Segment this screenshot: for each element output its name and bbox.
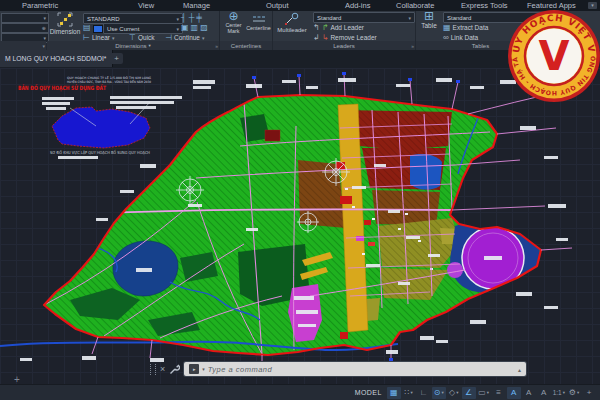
map-title: BẢN ĐỒ QUY HOẠCH SỬ DỤNG ĐẤT <box>18 83 106 92</box>
multileader-button[interactable]: Multileader <box>274 12 310 33</box>
tab-express-tools[interactable]: Express Tools <box>461 0 508 11</box>
command-history-caret-icon[interactable]: ▴ <box>518 366 521 373</box>
annotation-scale-icon[interactable]: A <box>537 387 551 399</box>
recent-commands-caret-icon[interactable]: ▾ <box>202 366 205 372</box>
panel-centerlines: ⊕ Center Mark Centerline Centerlines <box>220 11 273 50</box>
add-leader-icon: ↱ <box>322 23 329 32</box>
object-snap-tracking-toggle[interactable]: ∠ <box>462 387 476 399</box>
planning-map: SƠ ĐỒ KHU VỰC LẬP QUY HOẠCH BỔ SUNG QUY … <box>0 68 600 385</box>
inset-caption: SƠ ĐỒ KHU VỰC LẬP QUY HOẠCH BỔ SUNG QUY … <box>50 149 150 155</box>
inset-location-diagram: SƠ ĐỒ KHU VỰC LẬP QUY HOẠCH BỔ SUNG QUY … <box>42 96 182 159</box>
multileader-icon <box>284 12 300 26</box>
dim-space-icon[interactable]: ▨ <box>200 23 208 32</box>
panel-dimensions: Dimension STANDARD▾ ┤ ┼ ╪ ▤ Use Current▾… <box>47 11 220 50</box>
customization-plus-icon[interactable]: + <box>582 387 596 399</box>
quy-hoach-viet-stamp: QUY HOẠCH VIỆT VN THÔNG TIN QUY HOẠCH - … <box>506 8 600 104</box>
layer-color-swatch <box>93 25 103 33</box>
annotation-visibility-toggle[interactable]: A <box>507 387 521 399</box>
drawing-file-tab[interactable]: M LONG QUY HOACH SDDMOI* × <box>0 50 113 67</box>
model-space-button[interactable]: MODEL <box>355 389 382 396</box>
panel-cut-label: ▾ <box>0 41 46 50</box>
command-input[interactable]: ▸ ▾ Type a command ▴ <box>184 362 526 376</box>
command-placeholder: Type a command <box>208 365 515 374</box>
stamp-v-letter: V <box>539 33 570 79</box>
command-prompt-icon[interactable]: ▸ <box>189 364 199 374</box>
status-bar: MODEL ▦ ∷▾ ∟ ⊙▾ ◇▾ ∠ ▭▾ ≡ A A A 1:1▾ ⚙▾ … <box>0 384 600 400</box>
object-snap-toggle[interactable]: ▭▾ <box>477 387 491 399</box>
centerlines-panel-label: Centerlines <box>220 41 272 50</box>
extract-data-icon: ▦ <box>443 23 451 32</box>
dim-update-icon[interactable]: ┤ <box>181 13 187 22</box>
dimensions-panel-label[interactable]: Dimensions▾ » <box>47 41 219 50</box>
dimension-button-label: Dimension <box>50 28 81 35</box>
grid-display-toggle[interactable]: ▦ <box>387 387 401 399</box>
customize-wrench-icon[interactable] <box>169 364 180 375</box>
panel-leaders: Multileader Standard▾ ↰ ↱ Add Leader ↲ ↳… <box>273 11 416 50</box>
dimension-button[interactable]: Dimension <box>49 12 81 35</box>
dim-reassociate-icon[interactable]: ┼ <box>189 13 195 22</box>
map-titles: QUY HOẠCH CHUNG TỶ LỆ 1/5.000 ĐÔ THỊ KIM… <box>18 75 152 92</box>
ortho-mode-toggle[interactable]: ∟ <box>417 387 431 399</box>
panel-properties-cut: ▾ ⊕ ▾ ▾ <box>0 11 47 50</box>
dim-break-icon[interactable]: ▣ <box>181 23 189 32</box>
annotation-autoscale-toggle[interactable]: A <box>522 387 536 399</box>
extract-data-button[interactable]: ▦ Extract Data <box>443 23 488 32</box>
tab-manage[interactable]: Manage <box>183 0 210 11</box>
sheet-header-line1: QUY HOẠCH CHUNG TỶ LỆ 1/5.000 ĐÔ THỊ KIM… <box>67 75 152 80</box>
annotation-scale-value[interactable]: 1:1▾ <box>552 387 566 399</box>
tab-view[interactable]: View <box>138 0 154 11</box>
table-icon: ⊞ <box>424 12 434 21</box>
dim-tools-icons[interactable]: ┤ ┼ ╪ <box>181 13 202 22</box>
property-dropdown-1[interactable]: ▾ <box>1 13 49 23</box>
polar-tracking-toggle[interactable]: ⊙▾ <box>432 387 446 399</box>
workspace-gear-icon[interactable]: ⚙▾ <box>567 387 581 399</box>
layers-icon: ▤ <box>83 23 91 32</box>
dim-boxed-icons[interactable]: ▣ ▥ ▨ <box>181 23 208 32</box>
leaders-panel-label[interactable]: Leaders» <box>273 41 415 50</box>
center-mark-icon: ⊕ <box>228 12 238 21</box>
file-tab-title: M LONG QUY HOACH SDDMOI* <box>5 55 106 62</box>
centerline-icon <box>252 14 266 24</box>
command-close-icon[interactable]: × <box>160 364 165 375</box>
command-bar-grip[interactable] <box>150 364 156 375</box>
drawing-canvas[interactable]: SƠ ĐỒ KHU VỰC LẬP QUY HOẠCH BỔ SUNG QUY … <box>0 68 600 385</box>
table-button[interactable]: ⊞ Table <box>417 12 441 29</box>
tab-output[interactable]: Output <box>266 0 289 11</box>
centerline-button[interactable]: Centerline <box>246 14 271 31</box>
mleader-style-dropdown[interactable]: Standard▾ <box>313 12 415 23</box>
property-dropdown-2[interactable]: ⊕ <box>1 23 49 33</box>
dim-override-icon[interactable]: ╪ <box>196 13 202 22</box>
tab-addins[interactable]: Add-ins <box>345 0 370 11</box>
sheet-header-line2: HUYỆN CHÂU ĐỨC, TỈNH BÀ RỊA - VŨNG TÀU Đ… <box>67 79 151 84</box>
dimension-icon <box>57 12 73 27</box>
command-line-bar[interactable]: × ▸ ▾ Type a command ▴ <box>150 361 526 377</box>
autocad-window: { "ribbon": { "tabs": ["Parametric","Vie… <box>0 0 600 400</box>
lineweight-toggle[interactable]: ≡ <box>492 387 506 399</box>
isometric-drafting-toggle[interactable]: ◇▾ <box>447 387 461 399</box>
snap-mode-toggle[interactable]: ∷▾ <box>402 387 416 399</box>
leader-arrow-icon: ↰ <box>313 23 320 32</box>
add-leader-button[interactable]: ↰ ↱ Add Leader <box>313 23 364 32</box>
new-drawing-tab-button[interactable]: + <box>110 53 123 64</box>
tab-parametric[interactable]: Parametric <box>22 0 58 11</box>
center-mark-button[interactable]: ⊕ Center Mark <box>221 12 246 34</box>
dim-adjust-icon[interactable]: ▥ <box>191 23 199 32</box>
